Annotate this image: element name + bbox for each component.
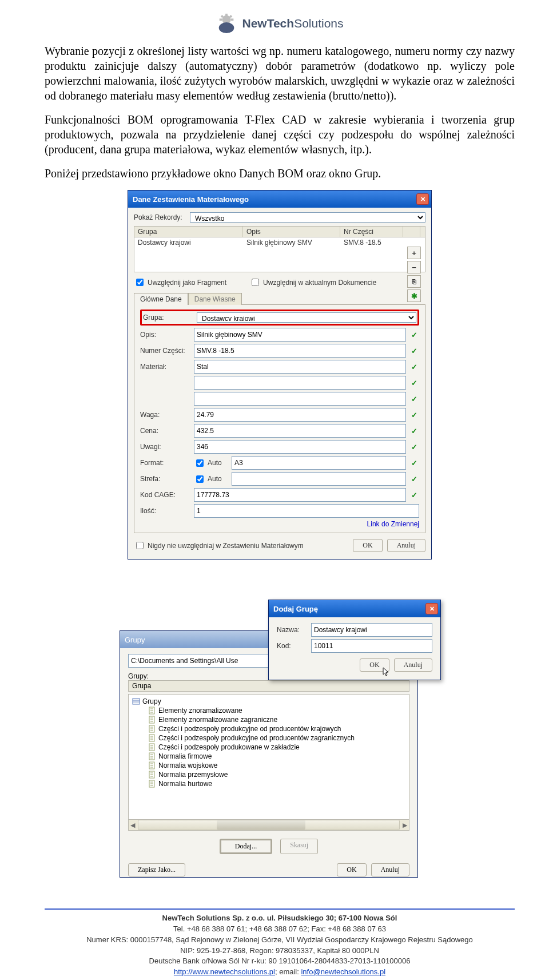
tree-item[interactable]: Normalia wojskowe [129, 761, 409, 770]
bom-dialog-title: Dane Zestawienia Materiałowego ✕ [128, 191, 431, 208]
delete-button[interactable]: Skasuj [280, 839, 318, 854]
code-input[interactable] [311, 639, 432, 653]
tree-header: Grupa [128, 680, 409, 692]
check-icon: ✓ [409, 491, 419, 499]
svg-rect-8 [133, 699, 140, 704]
footer: NewTech Solutions Sp. z o.o. ul. Piłsuds… [45, 913, 515, 978]
svg-rect-1 [226, 14, 228, 17]
link-to-variable[interactable]: Link do Zmiennej [367, 520, 419, 528]
doc-icon [148, 707, 156, 715]
tree-item[interactable]: Normalia przemysłowe [129, 770, 409, 779]
doc-icon [148, 752, 156, 760]
never-include-checkbox[interactable]: Nigdy nie uwzględniaj w Zestawieniu Mate… [134, 540, 304, 551]
copy-row-button[interactable]: ⎘ [407, 275, 421, 288]
doc-icon [148, 725, 156, 733]
logo-text: NewTechSolutions [242, 17, 343, 30]
add-button[interactable]: Dodaj... [220, 839, 272, 854]
doc-icon [148, 743, 156, 751]
material-input[interactable] [194, 360, 406, 374]
desc-label: Opis: [140, 331, 190, 339]
email-link[interactable]: info@newtechsolutions.pl [301, 967, 385, 976]
props-row-button[interactable]: ✱ [407, 289, 421, 302]
website-link[interactable]: http://www.newtechsolutions.pl [174, 967, 275, 976]
tree-item[interactable]: Części i podzespoły produkcyjne od produ… [129, 724, 409, 733]
qty-input[interactable] [194, 504, 419, 518]
ok-button[interactable]: OK [337, 863, 366, 876]
groups-tree[interactable]: Grupy Elementy znoramalizowaneElementy z… [128, 694, 409, 820]
cage-input[interactable] [194, 488, 406, 502]
partno-input[interactable] [194, 344, 406, 358]
check-icon: ✓ [409, 363, 419, 371]
bom-dialog: Dane Zestawienia Materiałowego ✕ Pokaż R… [128, 190, 432, 560]
cancel-button[interactable]: Anuluj [387, 539, 425, 552]
zone-label: Strefa: [140, 475, 190, 483]
svg-rect-3 [220, 18, 222, 21]
logo: NewTechSolutions [45, 13, 515, 34]
svg-point-7 [219, 22, 234, 33]
cancel-button[interactable]: Anuluj [371, 863, 409, 876]
weight-label: Waga: [140, 411, 190, 419]
tree-item[interactable]: Normalia firmowe [129, 752, 409, 761]
check-icon: ✓ [409, 427, 419, 435]
tree-item[interactable]: Elementy znoramalizowane [129, 706, 409, 715]
format-label: Format: [140, 459, 190, 467]
close-icon[interactable]: ✕ [425, 603, 438, 614]
ok-button[interactable]: OK [353, 539, 382, 552]
notes-input[interactable] [194, 440, 406, 454]
price-input[interactable] [194, 424, 406, 438]
blank-input-2[interactable] [194, 392, 406, 406]
tree-item[interactable]: Części i podzespoły produkcyjne od produ… [129, 733, 409, 743]
table-icon [132, 697, 140, 705]
tree-item[interactable]: Elementy znormalizowane zagraniczne [129, 715, 409, 724]
gear-icon [216, 13, 237, 34]
partno-label: Numer Części: [140, 347, 190, 355]
check-icon: ✓ [409, 411, 419, 419]
doc-icon [148, 716, 156, 724]
group-label: Grupa: [143, 314, 193, 322]
scroll-left-icon[interactable]: ◀ [129, 822, 137, 829]
scroll-right-icon[interactable]: ▶ [401, 822, 409, 829]
scrollbar-horizontal[interactable]: ◀ ▶ [128, 820, 409, 831]
table-header: GrupaOpisNr Części [134, 226, 425, 237]
check-icon: ✓ [409, 475, 419, 483]
check-icon: ✓ [409, 379, 419, 387]
tree-item[interactable]: Części i podzespoły produkowane w zakład… [129, 743, 409, 752]
doc-icon [148, 761, 156, 769]
paragraph-3: Poniżej przedstawiono przykładowe okno D… [45, 166, 515, 181]
svg-rect-4 [231, 18, 234, 21]
blank-input-1[interactable] [194, 376, 406, 390]
check-icon: ✓ [409, 443, 419, 451]
close-icon[interactable]: ✕ [416, 193, 429, 205]
table-row[interactable]: Dostawcy krajowiSilnik głębinowy SMVSMV.… [134, 237, 425, 272]
code-label: Kod: [277, 642, 308, 650]
name-label: Nazwa: [277, 626, 308, 634]
desc-input[interactable] [194, 328, 406, 342]
format-input[interactable] [232, 456, 406, 470]
group-select[interactable]: Dostawcy krajowi [197, 312, 416, 323]
cage-label: Kod CAGE: [140, 491, 190, 499]
path-input[interactable] [128, 654, 288, 668]
add-row-button[interactable]: + [407, 247, 421, 259]
include-fragment-checkbox[interactable]: Uwzględnij jako Fragment [134, 277, 226, 288]
save-as-button[interactable]: Zapisz Jako... [128, 863, 185, 876]
show-records-label: Pokaż Rekordy: [134, 213, 186, 221]
zone-input[interactable] [232, 472, 406, 486]
format-auto-checkbox[interactable]: Auto [194, 458, 228, 469]
cursor-icon [382, 666, 391, 677]
ok-button[interactable]: OK [360, 658, 389, 672]
qty-label: Ilość: [140, 507, 190, 515]
remove-row-button[interactable]: − [407, 261, 421, 273]
name-input[interactable] [311, 623, 432, 637]
tree-item[interactable]: Normalia hurtowe [129, 779, 409, 788]
weight-input[interactable] [194, 408, 406, 422]
zone-auto-checkbox[interactable]: Auto [194, 474, 228, 485]
tab-main[interactable]: Główne Dane [134, 293, 188, 305]
add-group-dialog: Dodaj Grupę ✕ Nazwa: Kod: OK Anuluj [268, 600, 441, 680]
cancel-button[interactable]: Anuluj [394, 658, 432, 672]
paragraph-1: Wybranie pozycji z określonej listy wart… [45, 43, 515, 103]
tab-own[interactable]: Dane Własne [188, 293, 242, 305]
tree-root[interactable]: Grupy [129, 697, 409, 706]
include-current-doc-checkbox[interactable]: Uwzględnij w aktualnym Dokumencie [249, 277, 376, 288]
show-records-select[interactable]: Wszystko [190, 212, 425, 223]
doc-icon [148, 780, 156, 788]
